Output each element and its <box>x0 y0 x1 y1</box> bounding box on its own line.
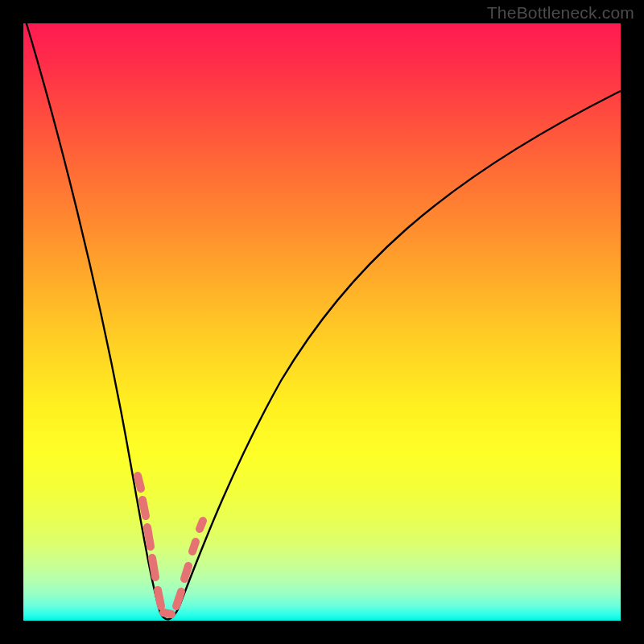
marker-dot <box>147 527 151 547</box>
chart-frame: TheBottleneck.com <box>0 0 644 644</box>
marker-dot <box>152 558 155 577</box>
marker-dot <box>200 521 203 529</box>
marker-dot <box>138 476 141 489</box>
marker-dot <box>192 542 196 551</box>
marker-dot <box>142 500 146 516</box>
marker-dot <box>184 566 188 579</box>
marker-dot <box>163 613 171 614</box>
watermark-text: TheBottleneck.com <box>487 3 634 23</box>
marker-dot <box>176 592 181 606</box>
chart-svg <box>23 23 621 621</box>
marker-dot <box>158 590 161 606</box>
marker-group <box>138 476 203 614</box>
bottleneck-curve <box>25 19 621 619</box>
